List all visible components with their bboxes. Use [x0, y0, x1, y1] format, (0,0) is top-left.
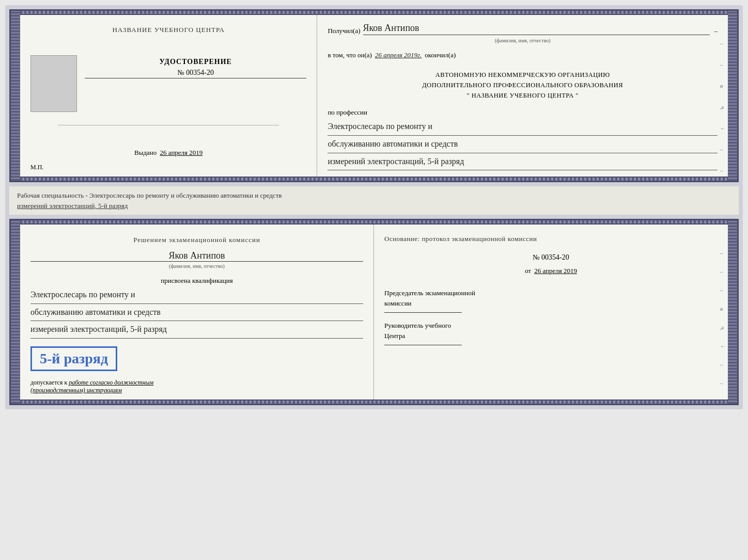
middle-line2: измерений электростанций, 5-й разряд — [17, 202, 128, 210]
name-row-bottom: Яков Антипов (фамилия, имя, отчество) — [30, 250, 363, 269]
cert-number: № 00354-20 — [85, 69, 306, 78]
top-document: НАЗВАНИЕ УЧЕБНОГО ЦЕНТРА УДОСТОВЕРЕНИЕ №… — [9, 9, 739, 182]
page-wrapper: НАЗВАНИЕ УЧЕБНОГО ЦЕНТРА УДОСТОВЕРЕНИЕ №… — [5, 5, 743, 409]
bottom-document: Решением экзаменационной комиссии Яков А… — [9, 219, 739, 405]
mark7: – — [720, 168, 725, 173]
mark4: ,а — [720, 104, 725, 110]
dopuskaetsya-block: допускается к работе согласно должностны… — [30, 379, 363, 394]
recipient-name-bottom: Яков Антипов — [30, 250, 363, 262]
top-left-panel: НАЗВАНИЕ УЧЕБНОГО ЦЕНТРА УДОСТОВЕРЕНИЕ №… — [20, 15, 317, 177]
ot-label: от — [525, 267, 531, 275]
razryad-badge: 5-й разряд — [30, 346, 117, 371]
mark5: ← — [720, 125, 725, 131]
center-name-label: НАЗВАНИЕ УЧЕБНОГО ЦЕНТРА — [112, 25, 224, 35]
mark1: – — [720, 41, 725, 46]
middle-text: Рабочая специальность - Электрослесарь п… — [9, 186, 739, 215]
bmark1: – — [720, 250, 725, 256]
bmark7: – — [720, 362, 725, 367]
dopuskaetsya-text: работе согласно должностным — [69, 379, 153, 386]
mp-label: М.П. — [30, 164, 43, 171]
profession-line1: Электрослесарь по ремонту и — [328, 119, 718, 136]
bottom-left-panel: Решением экзаменационной комиссии Яков А… — [20, 225, 374, 399]
ot-date-row: от 26 апреля 2019 — [384, 267, 718, 275]
resheniem-label: Решением экзаменационной комиссии — [133, 236, 260, 244]
bottom-doc-inner: Решением экзаменационной комиссии Яков А… — [20, 225, 728, 399]
mark6: – — [720, 147, 725, 152]
resheniem-title: Решением экзаменационной комиссии — [30, 235, 363, 245]
profession-block-bottom: Электрослесарь по ремонту и обслуживанию… — [30, 287, 363, 339]
spine-right — [728, 11, 737, 181]
bottom-bar — [20, 177, 728, 181]
po-professii: по профессии — [328, 108, 718, 117]
rukovoditel-signature-line — [384, 345, 462, 345]
spine-left-bottom — [11, 220, 20, 404]
vtom-date: 26 апреля 2019г. — [375, 51, 422, 59]
org-name: НАЗВАНИЕ УЧЕБНОГО ЦЕНТРА — [472, 92, 574, 99]
rukovoditel-title: Руководитель учебного — [384, 322, 451, 329]
predsedatel-title: Председатель экзаменационной — [384, 289, 475, 297]
vtom-label: в том, что он(а) — [328, 51, 372, 59]
bmark3: – — [720, 287, 725, 293]
bmark9: – — [720, 399, 725, 405]
photo-placeholder — [30, 55, 77, 112]
right-side-marks-bottom: – – – и ,а ← – – – – — [720, 250, 725, 405]
predsedatel-signature-line — [384, 312, 462, 313]
bmark8: – — [720, 380, 725, 386]
vydano-label: Выдано — [134, 149, 157, 156]
quote-close: " — [575, 92, 579, 99]
bottom-right-panel: Основание: протокол экзаменационной коми… — [374, 225, 728, 399]
bmark2: – — [720, 269, 725, 275]
osnovanie-label: Основание: протокол экзаменационной коми… — [384, 235, 718, 243]
predsedatel-block: Председатель экзаменационной комиссии — [384, 288, 718, 313]
dopuskaetsya-label: допускается к — [30, 379, 67, 386]
top-bar — [20, 11, 728, 15]
bottom-bar-bottom — [20, 399, 728, 404]
top-right-panel: Получил(а) Яков Антипов – (фамилия, имя,… — [317, 15, 728, 177]
rukovoditel-subtitle: Центра — [384, 332, 405, 340]
bmark4: и — [720, 306, 725, 312]
predsedatel-subtitle: комиссии — [384, 299, 412, 307]
vydano-date: 26 апреля 2019 — [160, 149, 203, 156]
okonchil-label: окончил(а) — [425, 51, 456, 59]
razryad-wrapper: 5-й разряд — [30, 341, 363, 376]
top-doc-inner: НАЗВАНИЕ УЧЕБНОГО ЦЕНТРА УДОСТОВЕРЕНИЕ №… — [20, 15, 728, 177]
right-side-marks-top: – – и ,а ← – – — [720, 41, 725, 173]
profession-line2: обслуживанию автоматики и средств — [328, 137, 718, 153]
rukovoditel-block: Руководитель учебного Центра — [384, 321, 718, 345]
ot-date-value: 26 апреля 2019 — [534, 267, 577, 275]
cert-title: УДОСТОВЕРЕНИЕ — [85, 58, 306, 66]
poluchil-row: Получил(а) Яков Антипов – — [328, 23, 718, 35]
b-profession-line3: измерений электростанций, 5-й разряд — [30, 322, 363, 339]
poluchil-label: Получил(а) — [328, 27, 360, 35]
profession-block: Электрослесарь по ремонту и обслуживанию… — [328, 119, 718, 170]
separator-line — [58, 125, 279, 125]
org-line2: ДОПОЛНИТЕЛЬНОГО ПРОФЕССИОНАЛЬНОГО ОБРАЗО… — [328, 80, 718, 90]
prisvoena-label: присвоена квалификация — [30, 277, 363, 285]
b-profession-line1: Электрослесарь по ремонту и — [30, 287, 363, 304]
protocol-number: № 00354-20 — [384, 253, 718, 262]
profession-line3: измерений электростанций, 5-й разряд — [328, 154, 718, 171]
dopuskaetsya-text2: (производственным) инструкциям — [30, 387, 122, 394]
fio-subtitle-top: (фамилия, имя, отчество) — [328, 38, 718, 43]
mark3: и — [720, 83, 725, 89]
spine-right-bottom — [728, 220, 737, 404]
b-profession-line2: обслуживанию автоматики и средств — [30, 305, 363, 322]
org-line1: АВТОНОМНУЮ НЕКОММЕРЧЕСКУЮ ОРГАНИЗАЦИЮ — [328, 70, 718, 80]
recipient-name: Яков Антипов — [363, 23, 710, 35]
vtom-row: в том, что он(а) 26 апреля 2019г. окончи… — [328, 51, 718, 59]
fio-subtitle-bottom: (фамилия, имя, отчество) — [30, 263, 363, 269]
org-center-name: " НАЗВАНИЕ УЧЕБНОГО ЦЕНТРА " — [328, 90, 718, 101]
top-bar-bottom — [20, 220, 728, 225]
mark2: – — [720, 62, 725, 68]
middle-line1: Рабочая специальность - Электрослесарь п… — [17, 191, 282, 199]
bmark6: ← — [720, 343, 725, 349]
quote-open: " — [466, 92, 470, 99]
org-block: АВТОНОМНУЮ НЕКОММЕРЧЕСКУЮ ОРГАНИЗАЦИЮ ДО… — [328, 70, 718, 101]
bmark5: ,а — [720, 325, 725, 330]
vydano-line: Выдано 26 апреля 2019 — [134, 149, 202, 157]
udostoverenie-block: УДОСТОВЕРЕНИЕ № 00354-20 — [85, 58, 306, 78]
dash1: – — [714, 27, 718, 35]
spine-left — [11, 11, 20, 181]
